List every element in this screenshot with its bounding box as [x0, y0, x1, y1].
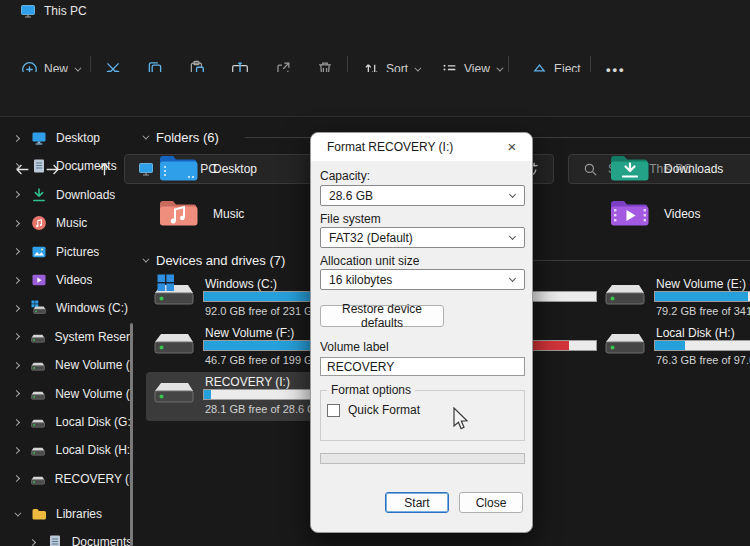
drive-capacity-bar: [203, 291, 326, 302]
chevron-down-icon: [414, 64, 421, 71]
drive-icon: [30, 357, 46, 373]
desktop-icon: [31, 130, 47, 146]
capacity-bar-fill: [204, 292, 320, 301]
drive-capacity-bar: [203, 340, 326, 351]
drive-capacity-bar: [654, 291, 750, 302]
drive-icon: [30, 414, 46, 430]
sidebar-item-label: System Reserve: [55, 330, 130, 344]
capacity-bar-fill: [204, 341, 325, 350]
chevron-right-icon[interactable]: [14, 334, 23, 339]
chevron-right-icon[interactable]: [14, 192, 24, 197]
search-icon: [583, 162, 598, 177]
documents-icon: [31, 158, 47, 174]
this-pc-icon: [20, 3, 36, 19]
restore-defaults-button[interactable]: Restore device defaults: [320, 305, 444, 327]
videos-icon: [31, 272, 47, 288]
filesystem-label: File system: [320, 212, 381, 226]
sidebar-item-local-disk-h[interactable]: Local Disk (H:): [0, 436, 130, 464]
sidebar-item-downloads[interactable]: Downloads: [0, 181, 130, 209]
drive-icon: [152, 375, 196, 407]
folder-tile-downloads[interactable]: Downloads: [601, 148, 750, 190]
drive-icon: [30, 329, 46, 345]
sidebar-item-documents[interactable]: Documents: [0, 152, 130, 180]
folder-videos-icon: [609, 195, 651, 231]
sidebar-item-label: New Volume (E: [55, 358, 130, 372]
allocation-select[interactable]: 16 kilobytes: [320, 269, 525, 290]
chevron-down-icon: [74, 64, 81, 71]
sidebar-item-system-reserve[interactable]: System Reserve: [0, 323, 130, 351]
mouse-cursor: [452, 407, 472, 435]
close-icon[interactable]: ×: [502, 137, 522, 157]
sidebar-item-label: Documents: [56, 159, 117, 173]
chevron-right-icon[interactable]: [14, 476, 23, 481]
devices-section-header[interactable]: Devices and drives (7): [142, 253, 285, 268]
command-bar: New Sort View Eject •••: [0, 22, 750, 72]
downloads-icon: [31, 187, 47, 203]
quick-format-row[interactable]: Quick Format: [327, 403, 524, 417]
chevron-right-icon[interactable]: [14, 164, 24, 169]
folder-tile-videos[interactable]: Videos: [601, 193, 750, 235]
quick-format-checkbox[interactable]: [327, 404, 340, 417]
folder-tile-label: Downloads: [664, 162, 723, 176]
folder-tile-label: Music: [213, 207, 244, 221]
drive-capacity-bar: [654, 340, 750, 351]
capacity-select[interactable]: 28.6 GB: [320, 185, 525, 206]
sidebar-scrollbar[interactable]: [130, 323, 133, 546]
sidebar-item-new-volume-e[interactable]: New Volume (E: [0, 351, 130, 379]
sidebar-item-documents[interactable]: Documents: [0, 528, 130, 546]
window-title: This PC: [44, 4, 87, 18]
sidebar-item-windows-c[interactable]: Windows (C:): [0, 294, 130, 322]
sidebar-item-new-volume-f[interactable]: New Volume (F: [0, 380, 130, 408]
sidebar-item-videos[interactable]: Videos: [0, 266, 130, 294]
sidebar-item-label: Documents: [72, 535, 130, 546]
capacity-bar-fill: [655, 292, 748, 301]
capacity-bar-fill: [204, 390, 211, 399]
drive-free-space: 92.0 GB free of 231 GB: [205, 305, 320, 317]
chevron-right-icon[interactable]: [14, 278, 24, 283]
title-bar: This PC: [0, 0, 750, 22]
sidebar-item-label: Windows (C:): [56, 301, 128, 315]
chevron-down-icon[interactable]: [14, 512, 24, 517]
folder-tile-music[interactable]: Music: [150, 193, 310, 235]
drive-icon: [30, 442, 46, 458]
documents-icon: [47, 534, 63, 546]
sidebar-item-label: Downloads: [56, 188, 115, 202]
folder-downloads-icon: [609, 150, 651, 186]
drive-label: New Volume (E:): [656, 277, 746, 291]
filesystem-value: FAT32 (Default): [329, 231, 413, 245]
sidebar-item-music[interactable]: Music: [0, 209, 130, 237]
chevron-right-icon[interactable]: [14, 420, 23, 425]
chevron-right-icon[interactable]: [14, 363, 23, 368]
sidebar-item-label: Local Disk (H:): [55, 443, 130, 457]
drive-capacity-bar: [203, 389, 326, 400]
chevron-right-icon[interactable]: [14, 249, 24, 254]
folder-tile-desktop[interactable]: Desktop: [150, 148, 310, 190]
chevron-right-icon[interactable]: [14, 306, 24, 311]
close-button[interactable]: Close: [459, 492, 523, 513]
drive-icon: [30, 471, 46, 487]
format-options-label: Format options: [327, 383, 415, 397]
capacity-label: Capacity:: [320, 169, 370, 183]
drive-icon: [30, 386, 46, 402]
drive-icon: [603, 326, 647, 358]
chevron-down-icon: [509, 233, 516, 240]
sidebar-item-pictures[interactable]: Pictures: [0, 238, 130, 266]
sidebar-item-local-disk-g[interactable]: Local Disk (G:): [0, 408, 130, 436]
volume-label-input[interactable]: [320, 357, 525, 376]
sidebar-item-recovery-i[interactable]: RECOVERY (I:): [0, 465, 130, 493]
chevron-right-icon[interactable]: [14, 391, 23, 396]
chevron-right-icon[interactable]: [14, 136, 24, 141]
format-progress-bar: [320, 453, 525, 464]
collapse-devices-icon: [142, 256, 149, 263]
capacity-value: 28.6 GB: [329, 189, 373, 203]
sidebar-item-libraries[interactable]: Libraries: [0, 500, 130, 528]
start-button[interactable]: Start: [385, 492, 449, 513]
format-options-group: Format options Quick Format: [320, 383, 525, 441]
folders-section-header[interactable]: Folders (6): [142, 130, 219, 145]
chevron-right-icon[interactable]: [14, 221, 24, 226]
chevron-right-icon[interactable]: [14, 448, 23, 453]
folderlib-icon: [31, 506, 47, 522]
filesystem-select[interactable]: FAT32 (Default): [320, 227, 525, 248]
sidebar-item-desktop[interactable]: Desktop: [0, 124, 130, 152]
chevron-right-icon[interactable]: [30, 540, 40, 545]
